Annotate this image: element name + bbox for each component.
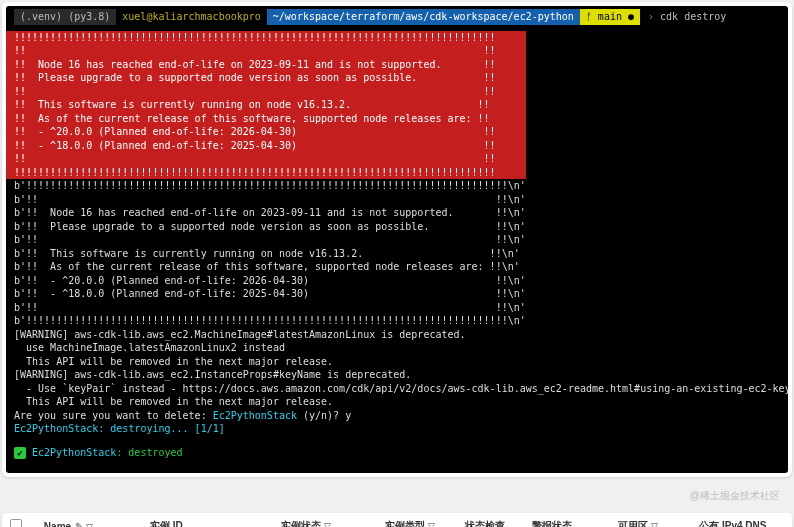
warning-border: !!!!!!!!!!!!!!!!!!!!!!!!!!!!!!!!!!!!!!!!… — [14, 31, 526, 45]
terminal[interactable]: (.venv) (py3.8)xuel@kaliarchmacbookpro~/… — [6, 6, 788, 473]
sort-icon[interactable]: ▽ — [648, 521, 658, 527]
confirm-answer: (y/n)? y — [297, 410, 351, 421]
warning-line: !! !! — [14, 44, 526, 58]
stack-name: Ec2PythonStack — [213, 410, 297, 421]
col-label: 可用区 — [618, 520, 648, 527]
output-line: b'!! This software is currently running … — [14, 247, 788, 261]
col-label: Name — [44, 521, 71, 528]
warning-line: !! - ^18.0.0 (Planned end-of-life: 2025-… — [14, 139, 526, 153]
instances-table: Name✎▽ 实例 ID 实例状态▽ 实例类型▽ 状态检查 警报状态 可用区▽ … — [2, 513, 792, 527]
warning-line: !! As of the current release of this sof… — [14, 112, 526, 126]
col-instance-type[interactable]: 实例类型▽ — [377, 513, 457, 527]
output-line: b'!!!!!!!!!!!!!!!!!!!!!!!!!!!!!!!!!!!!!!… — [14, 179, 788, 193]
user-segment: xuel@kaliarchmacbookpro — [116, 9, 266, 25]
destroyed-line: ✔Ec2PythonStack: destroyed — [14, 446, 788, 460]
venv-segment: (.venv) (py3.8) — [14, 9, 116, 25]
sort-icon[interactable]: ▽ — [425, 521, 435, 527]
select-all-header[interactable] — [2, 513, 36, 527]
sort-icon[interactable]: ▽ — [83, 522, 93, 528]
output-line: b'!! As of the current release of this s… — [14, 260, 788, 274]
col-label: 实例状态 — [281, 520, 321, 527]
deprecation-warning: This API will be removed in the next maj… — [14, 355, 788, 369]
warning-line: !! Node 16 has reached end-of-life on 20… — [14, 58, 526, 72]
confirm-text: Are you sure you want to delete: — [14, 410, 213, 421]
command-segment: › cdk destroy — [640, 9, 732, 25]
deprecation-warning: use MachineImage.latestAmazonLinux2 inst… — [14, 341, 788, 355]
sort-icon[interactable]: ▽ — [321, 521, 331, 527]
chevron-right-icon: › — [648, 11, 654, 22]
output-line: b'!! !!\n' — [14, 301, 788, 315]
output-line: b'!! Please upgrade to a supported node … — [14, 220, 788, 234]
watermark: @稀土掘金技术社区 — [0, 487, 794, 507]
col-label: 实例 ID — [150, 520, 183, 527]
check-icon: ✔ — [14, 447, 26, 459]
checkbox-icon[interactable] — [10, 519, 22, 527]
warning-line: !! !! — [14, 152, 526, 166]
branch-name: main ● — [598, 11, 634, 22]
deprecation-warning: [WARNING] aws-cdk-lib.aws_ec2.MachineIma… — [14, 328, 788, 342]
col-instance-id[interactable]: 实例 ID — [142, 513, 273, 527]
col-az[interactable]: 可用区▽ — [610, 513, 691, 527]
col-public-dns[interactable]: 公有 IPv4 DNS — [691, 513, 792, 527]
deprecation-warning: - Use `keyPair` instead - https://docs.a… — [14, 382, 788, 396]
col-label: 警报状态 — [532, 520, 572, 527]
warning-line: !! This software is currently running on… — [14, 98, 526, 112]
destroyed-status: : destroyed — [116, 447, 182, 458]
col-label: 状态检查 — [465, 520, 505, 527]
command-text: cdk destroy — [660, 11, 726, 22]
pencil-icon[interactable]: ✎ — [71, 521, 83, 528]
warning-line: !! Please upgrade to a supported node ve… — [14, 71, 526, 85]
path-segment: ~/workspace/terraform/aws/cdk-workspace/… — [267, 9, 580, 25]
git-branch-icon: ᚠ — [586, 11, 592, 22]
col-name[interactable]: Name✎▽ — [36, 513, 142, 527]
stack-name: Ec2PythonStack — [32, 447, 116, 458]
warning-line: !! - ^20.0.0 (Planned end-of-life: 2026-… — [14, 125, 526, 139]
warning-border: !!!!!!!!!!!!!!!!!!!!!!!!!!!!!!!!!!!!!!!!… — [14, 166, 526, 180]
destroying-status: Ec2PythonStack: destroying... [1/1] — [14, 422, 788, 436]
output-line: b'!! !!\n' — [14, 233, 788, 247]
output-line: b'!! - ^18.0.0 (Planned end-of-life: 202… — [14, 287, 788, 301]
output-line: b'!! - ^20.0.0 (Planned end-of-life: 202… — [14, 274, 788, 288]
confirm-line: Are you sure you want to delete: Ec2Pyth… — [14, 409, 788, 423]
node-eol-warning-block: !!!!!!!!!!!!!!!!!!!!!!!!!!!!!!!!!!!!!!!!… — [6, 31, 526, 180]
output-line: b'!! !!\n' — [14, 193, 788, 207]
col-alarm-status[interactable]: 警报状态 — [524, 513, 610, 527]
output-line: b'!! Node 16 has reached end-of-life on … — [14, 206, 788, 220]
terminal-output: b'!!!!!!!!!!!!!!!!!!!!!!!!!!!!!!!!!!!!!!… — [6, 179, 788, 459]
warning-line: !! !! — [14, 85, 526, 99]
deprecation-warning: This API will be removed in the next maj… — [14, 395, 788, 409]
branch-segment: ᚠ main ● — [580, 9, 640, 25]
output-line: b'!!!!!!!!!!!!!!!!!!!!!!!!!!!!!!!!!!!!!!… — [14, 314, 788, 328]
col-label: 公有 IPv4 DNS — [699, 520, 766, 527]
prompt-line: (.venv) (py3.8)xuel@kaliarchmacbookpro~/… — [6, 6, 788, 31]
col-instance-state[interactable]: 实例状态▽ — [273, 513, 377, 527]
col-status-check[interactable]: 状态检查 — [457, 513, 525, 527]
deprecation-warning: [WARNING] aws-cdk-lib.aws_ec2.InstancePr… — [14, 368, 788, 382]
col-label: 实例类型 — [385, 520, 425, 527]
